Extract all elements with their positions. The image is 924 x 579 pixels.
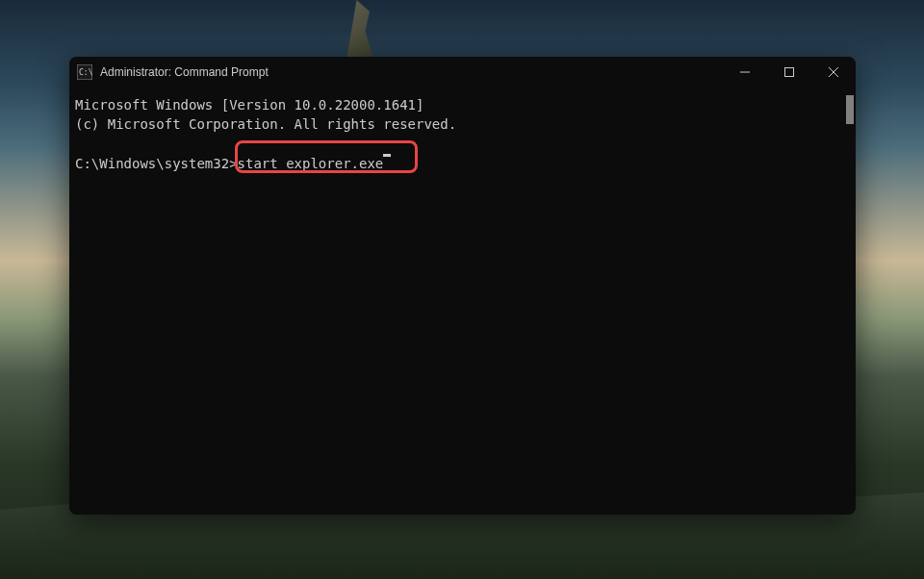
minimize-button[interactable] — [723, 57, 767, 88]
maximize-button[interactable] — [767, 57, 811, 88]
command-prompt-window: C:\ Administrator: Command Prompt — [69, 57, 856, 515]
cmd-icon: C:\ — [77, 64, 92, 80]
svg-rect-3 — [785, 68, 794, 77]
title-bar[interactable]: C:\ Administrator: Command Prompt — [69, 57, 856, 88]
prompt-path: C:\Windows\system32> — [75, 154, 238, 173]
typed-command: start explorer.exe — [238, 154, 384, 173]
close-button[interactable] — [811, 57, 856, 88]
copyright-line: (c) Microsoft Corporation. All rights re… — [75, 114, 848, 134]
minimize-icon — [740, 67, 750, 77]
window-title: Administrator: Command Prompt — [100, 65, 723, 79]
terminal-content-area[interactable]: Microsoft Windows [Version 10.0.22000.16… — [69, 88, 856, 515]
text-cursor — [383, 154, 391, 157]
vertical-scrollbar[interactable] — [846, 95, 854, 124]
svg-text:C:\: C:\ — [79, 68, 92, 77]
window-controls — [723, 57, 856, 88]
maximize-icon — [784, 67, 794, 77]
prompt-line: C:\Windows\system32>start explorer.exe — [75, 154, 848, 173]
close-icon — [829, 67, 838, 77]
version-line: Microsoft Windows [Version 10.0.22000.16… — [75, 95, 848, 114]
